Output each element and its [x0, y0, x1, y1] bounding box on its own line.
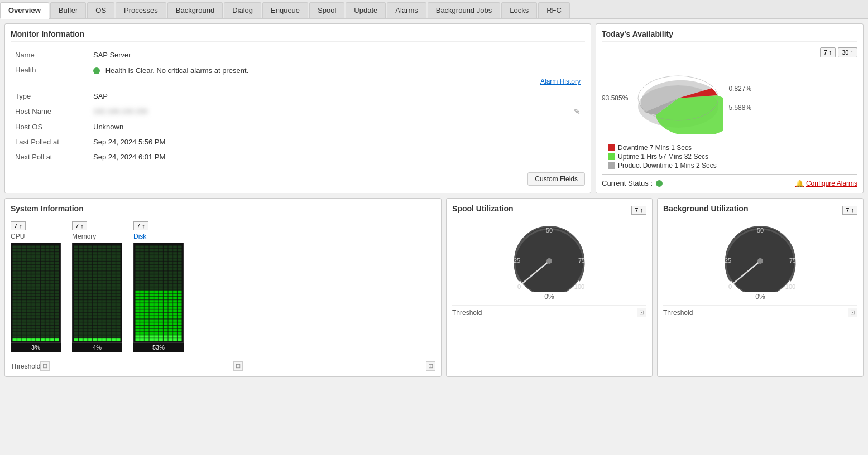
- name-value: SAP Server: [89, 47, 585, 62]
- health-status-dot: [93, 67, 100, 74]
- svg-text:50: 50: [546, 227, 553, 234]
- svg-text:25: 25: [514, 257, 520, 264]
- system-charts: 7 ↑ CPU 3% 7 ↑ Memory: [11, 219, 435, 354]
- current-status-label: Current Status :: [602, 179, 653, 187]
- alarm-history-link[interactable]: Alarm History: [540, 78, 581, 85]
- legend-uptime: Uptime 1 Hrs 57 Mins 32 Secs: [608, 153, 851, 161]
- tab-processes[interactable]: Processes: [116, 2, 166, 18]
- memory-led-chart: [72, 243, 122, 343]
- spool-time-badge[interactable]: 7 ↑: [631, 206, 646, 215]
- svg-text:50: 50: [757, 227, 764, 234]
- legend-downtime: Downtime 7 Mins 1 Secs: [608, 144, 851, 152]
- spool-gauge: 0 25 50 75 100 0%: [452, 219, 646, 301]
- system-info-panel: System Information 7 ↑ CPU 3%: [4, 198, 442, 377]
- threshold-icon-memory[interactable]: ⊡: [233, 361, 243, 371]
- tab-dialog[interactable]: Dialog: [224, 2, 261, 18]
- configure-alarms-text: Configure Alarms: [806, 180, 857, 187]
- system-threshold-row: Threshold ⊡ ⊡ ⊡: [11, 359, 435, 371]
- name-row: Name SAP Server: [11, 47, 585, 62]
- svg-text:100: 100: [785, 283, 795, 290]
- background-util-title: Background Utilization: [663, 204, 748, 216]
- hostname-cell: 192.168.100.200 ✎: [89, 104, 585, 119]
- disk-led-chart: [133, 243, 184, 343]
- threshold-icon-disk[interactable]: ⊡: [426, 361, 435, 371]
- tab-locks[interactable]: Locks: [501, 2, 537, 18]
- disk-label: Disk: [133, 233, 146, 240]
- cpu-label: CPU: [11, 233, 25, 240]
- type-label: Type: [11, 89, 89, 104]
- current-status: Current Status :: [602, 179, 666, 187]
- threshold-icon-cpu[interactable]: ⊡: [40, 361, 50, 371]
- bottom-row: System Information 7 ↑ CPU 3%: [4, 198, 864, 377]
- tab-spool[interactable]: Spool: [309, 2, 344, 18]
- tab-background-jobs[interactable]: Background Jobs: [428, 2, 500, 18]
- next-poll-value: Sep 24, 2024 6:01 PM: [89, 149, 585, 164]
- type-row: Type SAP: [11, 89, 585, 104]
- svg-point-9: [546, 258, 552, 264]
- disk-canvas: [134, 244, 183, 342]
- cpu-time-badge[interactable]: 7 ↑: [11, 221, 26, 230]
- pie-label-left: 93.585%: [602, 94, 628, 102]
- uptime-color: [608, 153, 615, 160]
- hostos-label: Host OS: [11, 119, 89, 134]
- background-threshold-icon[interactable]: ⊡: [848, 308, 857, 317]
- memory-time-badge[interactable]: 7 ↑: [72, 221, 87, 230]
- tab-overview[interactable]: Overview: [0, 2, 49, 19]
- background-time-badge[interactable]: 7 ↑: [842, 206, 857, 215]
- spool-gauge-percent: 0%: [544, 293, 554, 301]
- tab-enqueue[interactable]: Enqueue: [262, 2, 308, 18]
- svg-text:0: 0: [728, 283, 732, 290]
- product-downtime-color: [608, 162, 615, 169]
- configure-alarms-icon: 🔔: [795, 180, 804, 187]
- next-poll-label: Next Poll at: [11, 149, 89, 164]
- hostos-value: Unknown: [89, 119, 585, 134]
- avail-7-btn[interactable]: 7 ↑: [820, 47, 836, 57]
- spool-threshold-label: Threshold: [452, 309, 482, 317]
- spool-title: Spool Utilization: [452, 204, 514, 216]
- system-info-title: System Information: [11, 204, 84, 216]
- uptime-pct-label: 93.585%: [602, 94, 628, 102]
- background-util-header: Background Utilization 7 ↑: [663, 204, 857, 216]
- spool-threshold-icon[interactable]: ⊡: [637, 308, 646, 317]
- background-gauge-percent: 0%: [755, 293, 765, 301]
- background-threshold-row: Threshold ⊡: [663, 305, 857, 317]
- background-util-panel: Background Utilization 7 ↑ 0 25 50 75 10…: [657, 198, 864, 377]
- hostname-value: 192.168.100.200: [93, 107, 148, 115]
- current-status-dot: [656, 180, 663, 187]
- memory-percent: 4%: [72, 343, 122, 352]
- product-downtime-pct-label: 5.588%: [728, 104, 751, 112]
- tab-rfc[interactable]: RFC: [538, 2, 570, 18]
- status-row: Current Status : 🔔 Configure Alarms: [602, 179, 857, 187]
- health-row: Health Health is Clear. No critical alar…: [11, 62, 585, 89]
- edit-icon[interactable]: ✎: [574, 107, 581, 116]
- cpu-chart-item: 7 ↑ CPU 3%: [11, 221, 61, 352]
- tab-update[interactable]: Update: [346, 2, 386, 18]
- cpu-canvas: [11, 244, 60, 342]
- tab-alarms[interactable]: Alarms: [387, 2, 426, 18]
- legend-box: Downtime 7 Mins 1 Secs Uptime 1 Hrs 57 M…: [602, 139, 857, 175]
- downtime-color: [608, 144, 615, 151]
- availability-controls: 7 ↑ 30 ↑: [602, 47, 857, 57]
- spool-header: Spool Utilization 7 ↑: [452, 204, 646, 216]
- pie-labels-right: 0.827% 5.588%: [728, 85, 751, 112]
- svg-text:25: 25: [725, 257, 731, 264]
- tab-background[interactable]: Background: [167, 2, 223, 18]
- custom-fields-button[interactable]: Custom Fields: [527, 172, 585, 186]
- memory-chart-item: 7 ↑ Memory 4%: [72, 221, 122, 352]
- tab-buffer[interactable]: Buffer: [50, 2, 86, 18]
- pie-chart: [634, 62, 723, 134]
- tab-bar: Overview Buffer OS Processes Background …: [0, 0, 868, 19]
- cpu-led-chart: [11, 243, 61, 343]
- configure-alarms-link[interactable]: 🔔 Configure Alarms: [795, 180, 857, 187]
- disk-time-badge[interactable]: 7 ↑: [133, 221, 148, 230]
- last-polled-label: Last Polled at: [11, 134, 89, 149]
- product-downtime-label: Product Downtime 1 Mins 2 Secs: [618, 162, 717, 170]
- avail-30-btn[interactable]: 30 ↑: [838, 47, 857, 57]
- health-value: Health is Clear. No critical alarms at p…: [105, 66, 248, 75]
- svg-text:100: 100: [574, 283, 584, 290]
- svg-point-17: [757, 258, 763, 264]
- tab-os[interactable]: OS: [87, 2, 114, 18]
- pie-svg: [634, 62, 723, 134]
- cpu-percent: 3%: [11, 343, 61, 352]
- svg-text:75: 75: [578, 257, 585, 264]
